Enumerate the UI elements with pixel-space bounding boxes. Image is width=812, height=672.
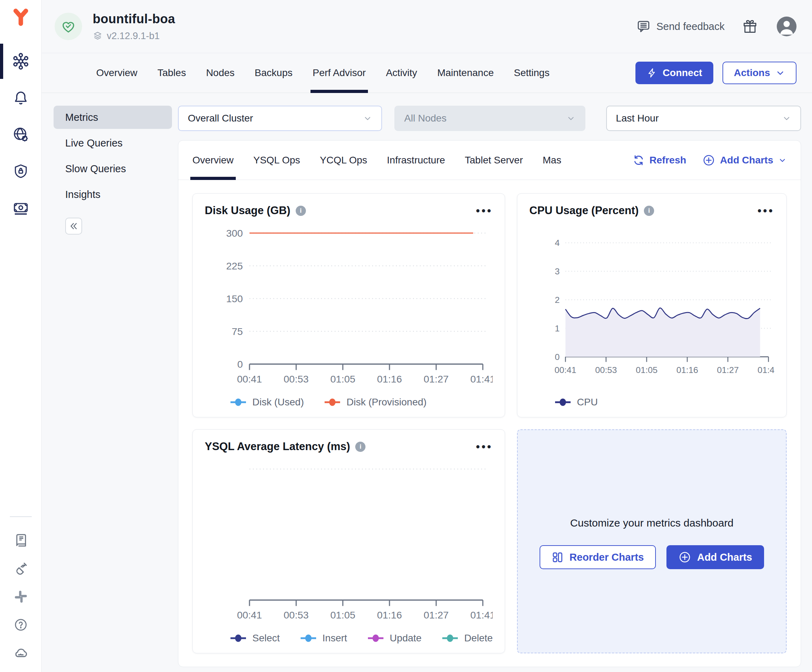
legend-item[interactable]: Disk (Used) xyxy=(230,396,304,408)
info-icon[interactable]: i xyxy=(355,442,365,452)
card-menu-icon[interactable]: ••• xyxy=(476,441,493,452)
connect-button[interactable]: Connect xyxy=(635,61,713,84)
refresh-button[interactable]: Refresh xyxy=(633,154,686,166)
chart-title: CPU Usage (Percent) xyxy=(529,204,639,217)
subnav-insights[interactable]: Insights xyxy=(54,183,172,206)
chart-tab-infrastructure[interactable]: Infrastructure xyxy=(387,141,445,180)
legend-label: Select xyxy=(252,633,280,644)
svg-text:01:05: 01:05 xyxy=(636,365,658,375)
rail-bottom-nav xyxy=(0,516,41,672)
tab-backups[interactable]: Backups xyxy=(255,53,293,93)
legend-label: Insert xyxy=(322,633,347,644)
reorder-charts-button[interactable]: Reorder Charts xyxy=(539,545,656,569)
charts-grid: Disk Usage (GB) i ••• 30022515075000:410… xyxy=(178,180,801,667)
security-shield-lock-icon[interactable] xyxy=(0,153,41,189)
chart-tab-tablet-server[interactable]: Tablet Server xyxy=(465,141,523,180)
info-icon[interactable]: i xyxy=(644,206,654,216)
legend-item[interactable]: Delete xyxy=(442,633,493,644)
double-chevron-left-icon xyxy=(68,221,79,231)
tab-maintenance[interactable]: Maintenance xyxy=(437,53,494,93)
plus-circle-icon xyxy=(679,551,691,563)
customize-buttons: Reorder Charts Add Charts xyxy=(539,545,764,569)
chevron-down-icon xyxy=(782,114,791,123)
tab-nodes[interactable]: Nodes xyxy=(206,53,235,93)
info-icon[interactable]: i xyxy=(296,206,306,216)
chart-tab-overview[interactable]: Overview xyxy=(193,141,234,180)
tab-tables[interactable]: Tables xyxy=(157,53,186,93)
yugabyte-logo-icon[interactable] xyxy=(10,7,31,27)
card-menu-icon[interactable]: ••• xyxy=(476,205,493,216)
legend-marker-icon xyxy=(442,634,458,642)
svg-text:00:53: 00:53 xyxy=(284,373,309,384)
network-settings-globe-gear-icon[interactable] xyxy=(0,116,41,153)
subnav-live-queries[interactable]: Live Queries xyxy=(54,131,172,155)
sidebar-collapse-button[interactable] xyxy=(65,218,82,235)
svg-text:300: 300 xyxy=(226,228,243,239)
tab-settings[interactable]: Settings xyxy=(514,53,549,93)
gift-icon[interactable] xyxy=(742,19,758,34)
chart-tab-ycql-ops[interactable]: YCQL Ops xyxy=(320,141,367,180)
layers-icon xyxy=(93,31,102,41)
help-question-icon[interactable] xyxy=(0,611,41,639)
slack-icon[interactable] xyxy=(0,582,41,611)
add-charts-button-filled[interactable]: Add Charts xyxy=(667,545,764,569)
legend-item[interactable]: Select xyxy=(230,633,280,644)
tab-perf-advisor[interactable]: Perf Advisor xyxy=(312,53,366,93)
cluster-icon[interactable] xyxy=(0,43,41,80)
legend-item[interactable]: Disk (Provisioned) xyxy=(324,396,426,408)
chart-title: YSQL Average Latency (ms) xyxy=(205,440,350,453)
chart-tab-actions: Refresh Add Charts xyxy=(633,154,786,167)
svg-text:0: 0 xyxy=(237,359,243,370)
disk-usage-card: Disk Usage (GB) i ••• 30022515075000:410… xyxy=(193,193,505,417)
add-charts-button[interactable]: Add Charts xyxy=(703,154,786,167)
connect-label: Connect xyxy=(663,67,702,78)
subnav-metrics[interactable]: Metrics xyxy=(54,105,172,129)
rail-divider xyxy=(10,516,32,517)
legend-marker-icon xyxy=(300,634,316,642)
chart-tab-master-truncated[interactable]: Mas xyxy=(543,141,561,180)
alerts-bell-icon[interactable] xyxy=(0,80,41,116)
content-row: Metrics Live Queries Slow Queries Insigh… xyxy=(42,93,812,672)
subnav-slow-queries[interactable]: Slow Queries xyxy=(54,157,172,180)
tab-activity[interactable]: Activity xyxy=(386,53,417,93)
svg-text:0: 0 xyxy=(555,352,560,362)
svg-text:4: 4 xyxy=(555,238,560,248)
cluster-scope-dropdown[interactable]: Overall Cluster xyxy=(178,105,382,131)
cluster-version: v2.12.9.1-b1 xyxy=(93,31,175,42)
reorder-charts-label: Reorder Charts xyxy=(570,551,644,563)
card-menu-icon[interactable]: ••• xyxy=(757,205,774,216)
legend-marker-icon xyxy=(555,398,571,407)
avatar-person-icon xyxy=(777,17,797,36)
docs-book-icon[interactable] xyxy=(0,526,41,555)
cluster-header: bountiful-boa v2.12.9.1-b1 Send feedback xyxy=(42,0,812,53)
card-head: CPU Usage (Percent) i ••• xyxy=(529,204,774,217)
cloud-status-icon[interactable] xyxy=(0,639,41,667)
plus-circle-icon xyxy=(703,154,715,167)
legend-item[interactable]: CPU xyxy=(555,396,598,408)
send-feedback-button[interactable]: Send feedback xyxy=(636,19,725,34)
send-feedback-label: Send feedback xyxy=(657,21,725,32)
nodes-dropdown[interactable]: All Nodes xyxy=(394,105,585,131)
legend-item[interactable]: Update xyxy=(368,633,421,644)
billing-cash-icon[interactable] xyxy=(0,189,41,226)
legend-item[interactable]: Insert xyxy=(300,633,347,644)
tab-overview[interactable]: Overview xyxy=(96,53,137,93)
cluster-info: bountiful-boa v2.12.9.1-b1 xyxy=(93,12,175,42)
svg-text:00:41: 00:41 xyxy=(237,373,262,384)
nodes-value: All Nodes xyxy=(404,113,447,124)
chevron-down-icon xyxy=(363,114,372,123)
cpu-usage-chart: 4321000:4100:5301:0501:1601:2701:41 xyxy=(529,221,774,395)
svg-text:01:16: 01:16 xyxy=(676,365,698,375)
actions-button[interactable]: Actions xyxy=(722,61,797,84)
legend-label: Update xyxy=(390,633,421,644)
integrations-plug-icon[interactable] xyxy=(0,555,41,582)
time-range-dropdown[interactable]: Last Hour xyxy=(606,105,801,131)
svg-text:01:16: 01:16 xyxy=(377,373,402,384)
svg-text:00:53: 00:53 xyxy=(284,609,309,621)
chart-tab-ysql-ops[interactable]: YSQL Ops xyxy=(253,141,300,180)
svg-text:01:41: 01:41 xyxy=(758,365,774,375)
legend-label: Disk (Used) xyxy=(252,396,304,408)
lightning-icon xyxy=(647,68,657,78)
svg-text:01:27: 01:27 xyxy=(424,373,449,384)
user-avatar[interactable] xyxy=(777,17,797,36)
